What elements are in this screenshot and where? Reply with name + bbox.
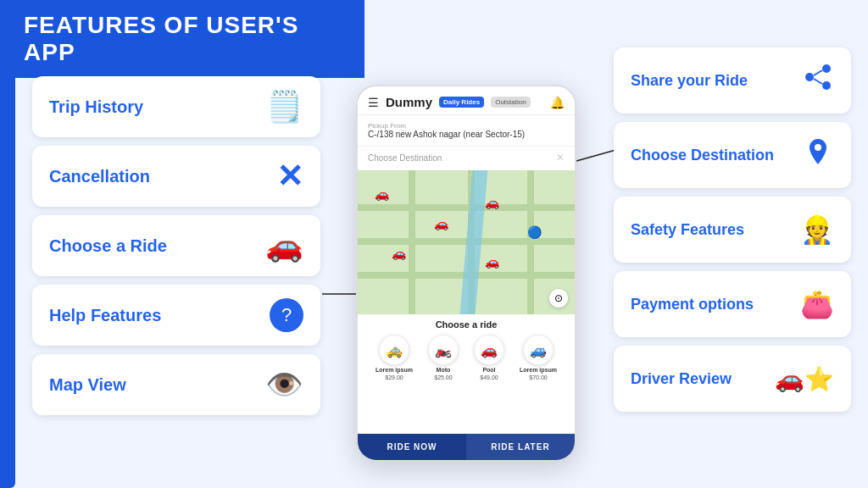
outstation-badge[interactable]: Outstation (491, 97, 530, 108)
phone-footer: RIDE NOW RIDE LATER (358, 434, 575, 460)
svg-line-1 (576, 149, 619, 161)
safety-features-card[interactable]: Safety Features 👷 (614, 197, 851, 263)
ride-option-1[interactable]: 🏍️ Moto $25.00 (428, 335, 459, 380)
svg-point-2 (822, 64, 831, 73)
map-car-4: 🚗 (392, 247, 406, 260)
ride-name-0: Lorem ipsum (376, 367, 413, 373)
map-car-1: 🚗 (375, 187, 389, 201)
ride-icon-2: 🚗 (474, 335, 504, 365)
road-v1 (409, 170, 415, 314)
map-car-6: 🔵 (527, 225, 542, 239)
map-background: 🚗 🚗 🚗 🚗 🚗 🔵 ⊙ (358, 170, 575, 314)
help-icon: ? (270, 298, 303, 332)
app-name: Dummy (386, 95, 432, 109)
ride-now-button[interactable]: RIDE NOW (358, 434, 466, 460)
ride-icon-1: 🏍️ (428, 335, 459, 365)
ride-price-0: $29.00 (385, 374, 403, 380)
ride-icon-0: 🚕 (379, 335, 409, 365)
hamburger-icon[interactable]: ☰ (368, 96, 379, 109)
daily-rides-badge[interactable]: Daily Rides (439, 97, 484, 108)
cancellation-icon: ✕ (276, 158, 303, 195)
map-view-card[interactable]: Map View 👁️ (32, 354, 320, 415)
notification-bell-icon[interactable]: 🔔 (550, 96, 565, 109)
road-v3 (527, 170, 534, 314)
location-center-button[interactable]: ⊙ (549, 289, 568, 308)
header: FEATURES OF USER'S APP (0, 0, 364, 78)
clear-destination-icon[interactable]: ✕ (556, 152, 565, 164)
payment-options-icon: 👛 (800, 288, 834, 320)
svg-point-7 (815, 144, 821, 151)
svg-line-5 (814, 70, 822, 75)
ride-options-list: 🚕 Lorem ipsum $29.00 🏍️ Moto $25.00 🚗 Po… (368, 335, 565, 380)
trip-history-icon: 🗒️ (265, 89, 303, 125)
driver-review-card[interactable]: Driver Review 🚗⭐ (614, 346, 851, 412)
left-accent-bar (0, 59, 15, 488)
pickup-value: C-/138 new Ashok nagar (near Sector-15) (368, 130, 565, 139)
right-feature-cards: Share your Ride Choose Destination Safet… (614, 47, 851, 412)
choose-destination-card[interactable]: Choose Destination (614, 122, 851, 188)
map-car-5: 🚗 (485, 255, 499, 269)
road-h1 (358, 204, 575, 211)
ride-option-3[interactable]: 🚙 Lorem ipsum $70.00 (520, 335, 557, 380)
destination-section[interactable]: Choose Destination ✕ (358, 146, 575, 169)
ride-icon-3: 🚙 (523, 335, 554, 365)
ride-name-2: Pool (482, 367, 495, 373)
pickup-label: Pickup From (368, 122, 565, 130)
ride-price-3: $70.00 (529, 374, 547, 380)
choose-ride-icon: 🚗 (265, 228, 303, 263)
share-ride-card[interactable]: Share your Ride (614, 47, 851, 114)
trip-history-card[interactable]: Trip History 🗒️ (32, 76, 320, 137)
map-car-2: 🚗 (434, 217, 448, 230)
svg-point-3 (822, 81, 831, 90)
choose-ride-section: Choose a ride 🚕 Lorem ipsum $29.00 🏍️ Mo… (358, 314, 575, 391)
share-ride-icon (802, 61, 834, 101)
choose-destination-icon (802, 136, 834, 175)
phone-mockup: ☰ Dummy Daily Rides Outstation 🔔 Pickup … (356, 85, 576, 462)
driver-review-icon: 🚗⭐ (775, 365, 834, 393)
map-car-3: 🚗 (485, 196, 499, 209)
svg-point-4 (805, 73, 814, 81)
payment-options-card[interactable]: Payment options 👛 (614, 271, 851, 337)
help-features-card[interactable]: Help Features ? (32, 285, 320, 346)
map-view-icon: 👁️ (265, 367, 303, 402)
svg-line-6 (814, 79, 822, 84)
ride-option-2[interactable]: 🚗 Pool $49.00 (474, 335, 504, 380)
pickup-section: Pickup From C-/138 new Ashok nagar (near… (358, 115, 575, 146)
safety-features-icon: 👷 (800, 214, 834, 246)
ride-option-0[interactable]: 🚕 Lorem ipsum $29.00 (376, 335, 413, 380)
destination-input[interactable]: Choose Destination (368, 153, 442, 163)
choose-ride-card[interactable]: Choose a Ride 🚗 (32, 215, 320, 276)
ride-name-1: Moto (437, 367, 451, 373)
ride-price-1: $25.00 (434, 374, 452, 380)
ride-later-button[interactable]: RIDE LATER (466, 434, 575, 460)
ride-price-2: $49.00 (480, 374, 498, 380)
cancellation-card[interactable]: Cancellation ✕ (32, 146, 320, 207)
choose-ride-title: Choose a ride (368, 319, 565, 330)
phone-header: ☰ Dummy Daily Rides Outstation 🔔 (358, 86, 575, 115)
map-area: 🚗 🚗 🚗 🚗 🚗 🔵 ⊙ (358, 170, 575, 314)
ride-name-3: Lorem ipsum (520, 367, 557, 373)
page-title: FEATURES OF USER'S APP (24, 12, 298, 65)
left-feature-cards: Trip History 🗒️ Cancellation ✕ Choose a … (32, 76, 320, 415)
